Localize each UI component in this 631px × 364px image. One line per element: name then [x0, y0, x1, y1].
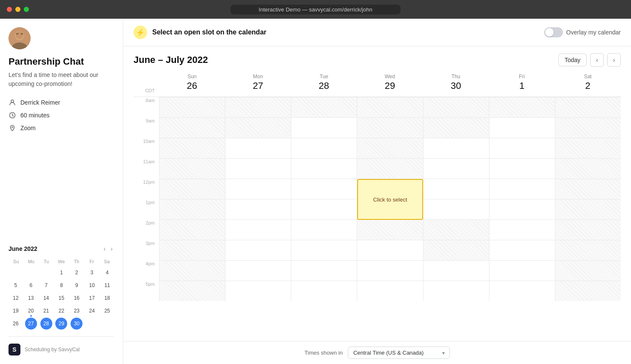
day-header-thu: Thu 30 [423, 70, 489, 97]
cal-cell-2-7[interactable] [291, 240, 357, 260]
mini-day[interactable]: 23 [71, 305, 82, 317]
time-label-4pm: 4pm [134, 260, 159, 281]
location-meta: Zoom [9, 124, 114, 132]
mini-day[interactable]: 20 [25, 305, 37, 317]
mini-day[interactable]: 26 [10, 318, 22, 330]
timezone-select[interactable]: Central Time (US & Canada) Eastern Time … [348, 347, 450, 359]
cal-header: June – July 2022 Today ‹ › [123, 46, 631, 67]
cal-cell-4-5[interactable] [423, 199, 489, 219]
mini-day[interactable]: 7 [40, 279, 52, 291]
available-slot[interactable]: Click to select [357, 179, 423, 220]
mini-day[interactable]: 3 [86, 267, 98, 279]
mini-day[interactable]: 1 [55, 267, 67, 279]
today-button[interactable]: Today [558, 54, 587, 66]
cal-cell-2-6[interactable] [291, 219, 357, 240]
cal-cell-5-5[interactable] [489, 199, 555, 219]
cal-cell-5-9[interactable] [489, 281, 555, 301]
top-bar-left: ⚡ Select an open slot on the calendar [134, 26, 267, 39]
cal-cell-2-8[interactable] [291, 260, 357, 281]
cal-cell-1-6[interactable] [225, 219, 291, 240]
cal-cell-1-9[interactable] [225, 281, 291, 301]
cal-cell-1-3[interactable] [225, 158, 291, 179]
cal-cell-1-8[interactable] [225, 260, 291, 281]
maximize-dot[interactable] [24, 7, 29, 12]
cal-cell-5-7[interactable] [489, 240, 555, 260]
cal-cell-1-7[interactable] [225, 240, 291, 260]
timezone-label-text: Times shown in [304, 350, 343, 356]
cal-cell-5-8[interactable] [489, 260, 555, 281]
mini-day[interactable]: 22 [55, 305, 67, 317]
mini-day[interactable]: 21 [40, 305, 52, 317]
top-bar-title: Select an open slot on the calendar [152, 28, 267, 36]
cal-cell-4-4[interactable] [423, 179, 489, 199]
time-label-2pm: 2pm [134, 219, 159, 240]
cal-cell-5-1[interactable] [489, 117, 555, 138]
weekday-th: Th [69, 258, 84, 265]
cal-cell-1-0 [225, 97, 291, 117]
cal-cell-2-4[interactable] [291, 179, 357, 199]
cal-cell-1-2[interactable] [225, 138, 291, 158]
cal-cell-3-0 [357, 97, 423, 117]
mini-day[interactable]: 30 [71, 318, 82, 330]
cal-cell-2-3[interactable] [291, 158, 357, 179]
cal-cell-3-7[interactable] [357, 240, 423, 260]
cal-cell-3-4[interactable]: Click to select [357, 179, 423, 199]
mini-day[interactable]: 27 [25, 318, 37, 330]
mini-day[interactable]: 17 [86, 292, 98, 304]
cal-cell-2-1[interactable] [291, 117, 357, 138]
mini-day[interactable]: 25 [101, 305, 113, 317]
cal-cell-2-9[interactable] [291, 281, 357, 301]
mini-day[interactable]: 5 [10, 279, 22, 291]
mini-day[interactable]: 24 [86, 305, 98, 317]
cal-cell-3-8[interactable] [357, 260, 423, 281]
prev-week-button[interactable]: ‹ [590, 53, 604, 67]
mini-day[interactable]: 16 [71, 292, 82, 304]
cal-cell-5-2[interactable] [489, 138, 555, 158]
time-label-8am: 8am [134, 97, 159, 117]
duration-meta: 60 minutes [9, 111, 114, 119]
mini-day[interactable]: 10 [86, 279, 98, 291]
cal-cell-2-2[interactable] [291, 138, 357, 158]
cal-cell-5-3[interactable] [489, 158, 555, 179]
mini-day[interactable]: 28 [40, 318, 52, 330]
mini-day[interactable]: 13 [25, 292, 37, 304]
mini-day[interactable]: 29 [55, 318, 67, 330]
mini-day[interactable]: 15 [55, 292, 67, 304]
mini-day[interactable]: 6 [25, 279, 37, 291]
day-header-sun: Sun 26 [159, 70, 225, 97]
cal-cell-4-9[interactable] [423, 281, 489, 301]
mini-day[interactable]: 19 [10, 305, 22, 317]
cal-cell-1-5[interactable] [225, 199, 291, 219]
cal-cell-5-4[interactable] [489, 179, 555, 199]
next-week-button[interactable]: › [607, 53, 621, 67]
cal-cell-4-3[interactable] [423, 158, 489, 179]
minimize-dot[interactable] [15, 7, 20, 12]
mini-day[interactable]: 8 [55, 279, 67, 291]
time-label-12pm: 12pm [134, 179, 159, 199]
mini-cal-prev[interactable]: ‹ [102, 245, 108, 253]
mini-day[interactable]: 4 [101, 267, 113, 279]
cal-cell-2-5[interactable] [291, 199, 357, 219]
cal-cell-5-6[interactable] [489, 219, 555, 240]
mini-day[interactable]: 14 [40, 292, 52, 304]
overlay-switch[interactable] [544, 27, 563, 37]
mini-day[interactable]: 2 [71, 267, 82, 279]
mini-cal-nav: ‹ › [102, 245, 114, 253]
cal-cell-4-8[interactable] [423, 260, 489, 281]
mini-day[interactable]: 9 [71, 279, 82, 291]
mini-day[interactable]: 18 [101, 292, 113, 304]
main-content: ⚡ Select an open slot on the calendar Ov… [123, 19, 631, 364]
mini-day[interactable]: 11 [101, 279, 113, 291]
cal-cell-4-2[interactable] [423, 138, 489, 158]
close-dot[interactable] [7, 7, 12, 12]
window-controls [7, 7, 29, 12]
overlay-toggle[interactable]: Overlay my calendar [544, 27, 621, 37]
mini-day[interactable]: 12 [10, 292, 22, 304]
cal-cell-6-0 [555, 97, 621, 117]
cal-cell-5-0 [489, 97, 555, 117]
weekday-we: We [54, 258, 69, 265]
cal-cell-1-4[interactable] [225, 179, 291, 199]
cal-cell-3-9[interactable] [357, 281, 423, 301]
cal-cell-3-6 [357, 219, 423, 240]
mini-cal-next[interactable]: › [109, 245, 114, 253]
